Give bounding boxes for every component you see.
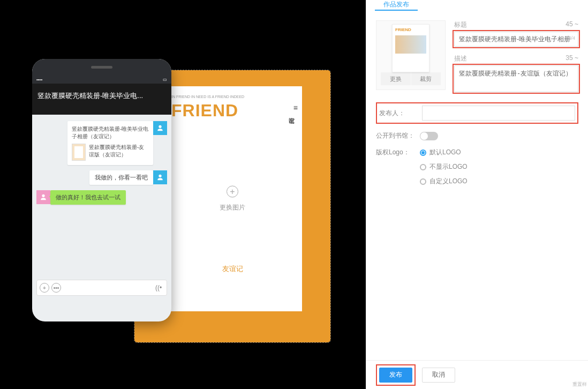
radio-icon <box>420 164 426 170</box>
chat-row-card: 竖款覆膜硬壳精装册-唯美毕业电子相册（友谊记） 竖款覆膜硬壳精装册-友谊版（友谊… <box>36 121 167 165</box>
bubble-out: 我做的，你看一看吧 <box>89 170 153 185</box>
phone-bezel <box>32 59 171 75</box>
reset-hint[interactable]: 重置样 <box>572 381 587 388</box>
panel-footer: 发布 取消 <box>366 360 588 389</box>
chat-text-field[interactable] <box>63 282 153 293</box>
cover-thumbnail: FRIEND 更换 裁剪 <box>376 20 446 90</box>
plus-icon: + <box>227 186 238 198</box>
poster-subhead: IN FRIEND IN NEED IS A FRIEND INDEED <box>171 95 293 99</box>
logo-option-label: 默认LOGO <box>429 148 461 157</box>
radio-icon <box>420 149 426 156</box>
cancel-button[interactable]: 取消 <box>422 368 455 383</box>
replace-image-label: 更换图片 <box>220 203 245 212</box>
bubble-in: 做的真好！我也去试一试 <box>50 190 126 205</box>
phone-status-bar: •••• ▭ <box>32 75 171 84</box>
title-inline-counter: 23/4 <box>566 35 575 41</box>
battery-icon: ▭ <box>163 77 167 82</box>
share-card-thumb <box>72 144 86 161</box>
desc-label: 描述 <box>454 54 467 63</box>
mini-poster-title: FRIEND <box>395 27 426 32</box>
tab-publish[interactable]: 作品发布 <box>375 0 418 11</box>
cover-thumb-image: FRIEND <box>381 24 441 72</box>
avatar-self <box>153 121 167 135</box>
logo-option-label: 不显示LOGO <box>429 162 468 171</box>
logo-option-custom[interactable]: 自定义LOGO <box>420 177 468 186</box>
chat-row-out: 我做的，你看一看吧 <box>36 170 167 185</box>
chat-area: 竖款覆膜硬壳精装册-唯美毕业电子相册（友谊记） 竖款覆膜硬壳精装册-友谊版（友谊… <box>32 115 171 302</box>
poster-menu-icon: ≡ <box>293 103 296 112</box>
title-input[interactable] <box>454 32 578 47</box>
logo-option-none[interactable]: 不显示LOGO <box>420 162 468 171</box>
more-icon[interactable]: ••• <box>51 283 61 293</box>
desc-counter: 35 ~ <box>566 54 578 63</box>
title-counter: 45 ~ <box>566 20 578 29</box>
publisher-label: 发布人： <box>379 109 418 118</box>
desc-input[interactable] <box>454 65 578 92</box>
replace-image-button[interactable]: + 更换图片 <box>220 186 245 212</box>
publish-panel: 作品发布 FRIEND 更换 裁剪 标题 45 ~ 描述 <box>366 0 588 389</box>
chat-input-bar: + ••• ((• <box>36 280 167 296</box>
signal-icon: •••• <box>36 77 42 82</box>
public-label: 公开到书馆： <box>376 131 414 140</box>
poster-title: FRIEND <box>171 101 293 121</box>
logo-label: 版权Logo： <box>376 148 414 157</box>
add-icon[interactable]: + <box>40 283 49 293</box>
title-label: 标题 <box>454 20 467 29</box>
crop-cover-button[interactable]: 裁剪 <box>411 72 441 85</box>
phone-subheader <box>32 104 171 115</box>
logo-option-label: 自定义LOGO <box>429 177 468 186</box>
poster-bottom-label: 友谊记 <box>222 264 243 274</box>
poster-inner: IN FRIEND IN NEED IS A FRIEND INDEED FRI… <box>163 86 302 311</box>
voice-icon[interactable]: ((• <box>153 284 164 291</box>
avatar-self <box>153 170 167 184</box>
share-card-sub: 竖款覆膜硬壳精装册-友谊版（友谊记） <box>89 144 149 161</box>
chat-row-in: 做的真好！我也去试一试 <box>36 190 167 205</box>
share-card[interactable]: 竖款覆膜硬壳精装册-唯美毕业电子相册（友谊记） 竖款覆膜硬壳精装册-友谊版（友谊… <box>67 121 153 165</box>
radio-icon <box>420 178 426 185</box>
left-preview-area: IN FRIEND IN NEED IS A FRIEND INDEED FRI… <box>0 0 366 389</box>
share-card-title: 竖款覆膜硬壳精装册-唯美毕业电子相册（友谊记） <box>72 125 149 140</box>
logo-option-default[interactable]: 默认LOGO <box>420 148 468 157</box>
public-toggle[interactable] <box>420 132 438 140</box>
phone-header-title: 竖款覆膜硬壳精装册-唯美毕业电... <box>32 84 171 104</box>
publisher-input[interactable] <box>422 106 575 121</box>
publish-button[interactable]: 发布 <box>379 368 412 383</box>
phone-mockup: •••• ▭ 竖款覆膜硬壳精装册-唯美毕业电... 竖款覆膜硬壳精装册-唯美毕业… <box>32 59 171 321</box>
replace-cover-button[interactable]: 更换 <box>381 72 411 85</box>
